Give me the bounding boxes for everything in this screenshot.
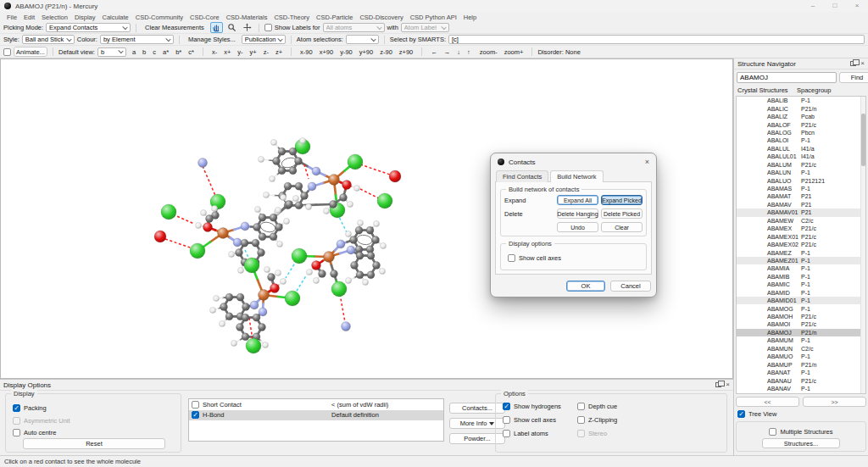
close-panel-icon[interactable]: × — [726, 381, 730, 388]
structure-row-abamun[interactable]: ABAMUNC2/c — [737, 345, 865, 353]
structure-row-abaluo[interactable]: ABALUOP212121 — [737, 176, 865, 184]
menu-display[interactable]: Display — [71, 14, 99, 21]
structure-row-abamup[interactable]: ABAMUPP21/n — [737, 360, 865, 368]
axis-button-c[interactable]: c — [149, 47, 159, 57]
structure-row-abalun[interactable]: ABALUNP-1 — [737, 169, 865, 176]
label-type-select[interactable]: Atom Label — [401, 23, 449, 32]
structure-row-abamex01[interactable]: ABAMEX01P21/c — [737, 232, 865, 240]
close-panel-icon[interactable]: × — [860, 60, 865, 67]
menu-calculate[interactable]: Calculate — [98, 14, 131, 21]
delete-hanging-button[interactable]: Delete Hanging — [557, 208, 598, 219]
menu-selection[interactable]: Selection — [38, 14, 71, 21]
step-button-z[interactable]: z+ — [272, 47, 286, 57]
structure-row-abanat[interactable]: ABANATP-1 — [737, 369, 865, 376]
arrow-button-item[interactable]: ← — [427, 47, 441, 57]
colour-select[interactable]: by Element — [100, 35, 174, 44]
smarts-input[interactable] — [448, 35, 865, 44]
structure-row-abamoj[interactable]: ABAMOJP21/n — [737, 329, 865, 336]
structure-row-abalul[interactable]: ABALULI41/a — [737, 145, 865, 153]
contact-type-row-h-bond[interactable]: H-BondDefault definition — [189, 410, 443, 421]
auto-centre-checkbox[interactable] — [13, 429, 20, 436]
step-button-y[interactable]: y- — [234, 47, 246, 57]
menu-csd-community[interactable]: CSD-Community — [132, 14, 186, 21]
dialog-close-icon[interactable]: × — [645, 158, 649, 166]
checkbox-h-bond[interactable] — [192, 411, 199, 419]
structure-row-abamex[interactable]: ABAMEXP21/c — [737, 225, 865, 232]
structures-button[interactable]: Structures... — [762, 438, 840, 448]
structure-row-abamic[interactable]: ABAMICP-1 — [737, 281, 865, 288]
structure-row-abamid01[interactable]: ABAMID01P-1 — [737, 297, 865, 304]
auto-centre-option[interactable]: Auto centre — [13, 429, 56, 436]
animate-button[interactable]: Animate... — [14, 47, 47, 57]
step-button-y[interactable]: y+ — [247, 47, 260, 57]
structure-row-abanau[interactable]: ABANAUP21/c — [737, 376, 865, 384]
menu-csd-materials[interactable]: CSD-Materials — [223, 14, 271, 21]
rotate-button-x-90[interactable]: x+90 — [316, 47, 337, 57]
structure-row-abamuo[interactable]: ABAMUOP-1 — [737, 353, 865, 360]
labels-target-select[interactable]: All atoms — [323, 23, 385, 32]
scrollbar[interactable] — [860, 97, 865, 393]
step-button-x[interactable]: x- — [209, 47, 220, 57]
structure-row-abamia[interactable]: ABAMIAP-1 — [737, 264, 865, 272]
structure-row-abalof[interactable]: ABALOFP21/c — [737, 120, 865, 128]
translate-icon[interactable] — [241, 22, 253, 33]
structure-row-abamoh[interactable]: ABAMOHP21/c — [737, 313, 865, 320]
structure-list[interactable]: ABALIBP-1ABALICP21/nABALIZPcabABALOFP21/… — [736, 96, 866, 394]
tab-find-contacts[interactable]: Find Contacts — [496, 170, 548, 182]
option-z-clipping[interactable]: Z-Clipping — [577, 416, 617, 424]
arrow-button-item[interactable]: ↑ — [464, 47, 474, 57]
rotate-button-x-90[interactable]: x-90 — [297, 47, 316, 57]
structure-row-abalib[interactable]: ABALIBP-1 — [737, 97, 865, 104]
rotate-button-z-90[interactable]: z+90 — [396, 47, 416, 57]
close-button[interactable]: × — [846, 0, 868, 12]
next-page-button[interactable]: >> — [803, 397, 866, 407]
maximize-button[interactable]: □ — [824, 0, 846, 12]
option-show-hydrogens[interactable]: Show hydrogens — [503, 403, 561, 410]
scrollbar-thumb[interactable] — [861, 114, 865, 166]
tree-view-checkbox[interactable] — [737, 410, 745, 418]
structure-row-abaloi[interactable]: ABALOIP-1 — [737, 136, 865, 144]
structure-row-abamid[interactable]: ABAMIDP-1 — [737, 289, 865, 297]
menu-csd-python-api[interactable]: CSD Python API — [407, 14, 460, 21]
axis-button-c[interactable]: c* — [185, 47, 198, 57]
clear-measurements-button[interactable]: Clear Measurements — [142, 23, 208, 32]
checkbox-short-contact[interactable] — [192, 401, 199, 409]
packing-checkbox[interactable] — [13, 404, 20, 412]
checkbox-label-atoms[interactable] — [503, 430, 510, 437]
tree-view-option[interactable]: Tree View — [737, 410, 865, 418]
picking-mode-select[interactable]: Expand Contacts — [46, 23, 131, 32]
structure-row-abanav[interactable]: ABANAVP-1 — [737, 385, 865, 392]
arrow-button-item[interactable]: → — [441, 47, 454, 57]
style-select[interactable]: Ball and Stick — [22, 35, 75, 44]
float-panel-icon[interactable] — [850, 61, 856, 66]
structure-row-abamex02[interactable]: ABAMEX02P21/c — [737, 241, 865, 248]
structure-row-abamav[interactable]: ABAMAVP21 — [737, 201, 865, 208]
float-panel-icon[interactable] — [715, 382, 721, 387]
option-depth-cue[interactable]: Depth cue — [577, 403, 617, 410]
atom-selections-select[interactable] — [346, 35, 379, 44]
arrow-button-item[interactable]: ↓ — [453, 47, 464, 57]
axis-button-b[interactable]: b — [139, 47, 149, 57]
contacts-dialog-titlebar[interactable]: Contacts × — [491, 153, 656, 170]
rotate-button-y-90[interactable]: y+90 — [356, 47, 376, 57]
step-button-z[interactable]: z- — [260, 47, 272, 57]
structure-row-abalog[interactable]: ABALOGPbcn — [737, 129, 865, 136]
hand-picking-icon[interactable] — [210, 22, 223, 33]
menu-edit[interactable]: Edit — [20, 14, 38, 21]
structure-row-abamav01[interactable]: ABAMAV01P21 — [737, 208, 865, 216]
find-button[interactable]: Find — [839, 72, 868, 83]
tab-build-network[interactable]: Build Network — [550, 170, 603, 182]
contact-type-row-short-contact[interactable]: Short Contact< (sum of vdW radii) — [189, 399, 443, 410]
rotate-button-z-90[interactable]: z-90 — [376, 47, 396, 57]
show-labels-checkbox[interactable] — [264, 24, 272, 31]
structure-row-abalic[interactable]: ABALICP21/n — [737, 104, 865, 112]
publication-select[interactable]: Publication — [242, 35, 286, 44]
axis-button-b[interactable]: b* — [172, 47, 185, 57]
cancel-button[interactable]: Cancel — [610, 281, 651, 292]
structure-row-abamez[interactable]: ABAMEZP-1 — [737, 248, 865, 256]
packing-option[interactable]: Packing — [13, 404, 47, 412]
menu-help[interactable]: Help — [460, 14, 480, 21]
structure-row-abalul01[interactable]: ABALUL01I41/a — [737, 153, 865, 160]
clear-button[interactable]: Clear — [601, 222, 643, 232]
structure-row-abamog[interactable]: ABAMOGP-1 — [737, 304, 865, 312]
